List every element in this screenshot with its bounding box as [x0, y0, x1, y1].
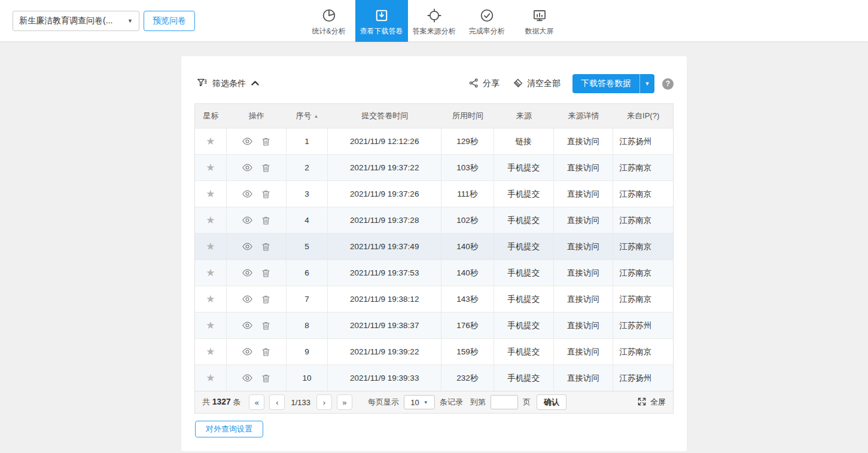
star-icon[interactable]: ★: [206, 320, 215, 330]
pagination-bar: 共 1327 条 « ‹ 1/133 › » 每页显示 10 ▼ 条记录 到第 …: [195, 391, 673, 413]
view-response-icon[interactable]: [242, 293, 253, 305]
clear-all-label: 清空全部: [527, 78, 561, 89]
card-toolbar: 筛选条件 分享 清空全部 下载答卷数据 ▼ ?: [194, 74, 674, 93]
preview-survey-button[interactable]: 预览问卷: [144, 11, 195, 31]
star-icon[interactable]: ★: [206, 163, 215, 173]
responses-table: 星标 操作 序号 ▲ 提交答卷时间 所用时间 来源 来源详情 来自IP(?) ★…: [194, 103, 674, 414]
delete-response-icon[interactable]: [261, 163, 271, 173]
tab-statistics-analysis[interactable]: 统计&分析: [303, 0, 355, 42]
pie-chart-icon: [321, 8, 337, 23]
cell-seq: 5: [287, 234, 328, 259]
cell-source-detail: 直接访问: [554, 286, 614, 312]
col-header-seq-sortable[interactable]: 序号 ▲: [287, 104, 328, 128]
filter-conditions-toggle[interactable]: 筛选条件: [196, 77, 260, 91]
star-icon[interactable]: ★: [206, 215, 215, 225]
data-screen-icon: [532, 8, 547, 23]
view-response-icon[interactable]: [242, 320, 253, 331]
star-icon[interactable]: ★: [206, 294, 215, 304]
table-body: ★ 1 2021/11/9 12:12:26 129秒 链接 直接访问 江苏扬州…: [195, 128, 673, 391]
tab-completion-rate-analysis[interactable]: 完成率分析: [461, 0, 513, 42]
delete-response-icon[interactable]: [261, 268, 271, 278]
chevron-up-icon: [251, 78, 260, 89]
star-icon[interactable]: ★: [206, 347, 215, 357]
cell-seq: 4: [287, 207, 328, 233]
tab-label: 数据大屏: [525, 27, 554, 35]
delete-response-icon[interactable]: [261, 373, 271, 384]
clear-all-button[interactable]: 清空全部: [513, 78, 561, 90]
tab-label: 答案来源分析: [413, 27, 456, 35]
first-page-button[interactable]: «: [249, 394, 264, 410]
col-header-duration: 所用时间: [441, 104, 494, 128]
tab-view-download-responses[interactable]: 查看下载答卷: [355, 0, 408, 42]
cell-source-detail: 直接访问: [554, 365, 614, 391]
external-query-settings-button[interactable]: 对外查询设置: [195, 421, 263, 437]
goto-page-input[interactable]: [491, 395, 518, 409]
cell-submit-time: 2021/11/9 19:39:22: [328, 339, 441, 365]
survey-select-dropdown[interactable]: 新生廉洁教育调查问卷(... ▼: [13, 11, 139, 31]
cell-submit-time: 2021/11/9 19:38:12: [328, 286, 441, 312]
cell-duration: 102秒: [441, 207, 494, 233]
cell-duration: 111秒: [441, 181, 494, 207]
share-button[interactable]: 分享: [468, 78, 500, 90]
star-icon[interactable]: ★: [206, 136, 215, 146]
total-count-text: 共 1327 条: [202, 397, 240, 408]
next-page-button[interactable]: ›: [316, 394, 332, 410]
cell-seq: 9: [287, 339, 328, 365]
cell-ip: 江苏南京: [613, 181, 673, 207]
view-response-icon[interactable]: [242, 267, 253, 278]
page-indicator: 1/133: [291, 398, 310, 407]
cell-source: 手机提交: [494, 155, 554, 180]
per-page-select[interactable]: 10 ▼: [404, 395, 435, 409]
tab-label: 完成率分析: [469, 27, 505, 35]
star-icon[interactable]: ★: [206, 268, 215, 278]
delete-response-icon[interactable]: [261, 136, 271, 147]
fullscreen-button[interactable]: 全屏: [637, 397, 666, 408]
top-bar: 新生廉洁教育调查问卷(... ▼ 预览问卷 统计&分析 查看下载答卷 答案来源分…: [0, 0, 868, 42]
table-row: ★ 6 2021/11/9 19:37:53 140秒 手机提交 直接访问 江苏…: [195, 259, 673, 286]
view-response-icon[interactable]: [242, 241, 253, 252]
share-icon: [468, 78, 479, 90]
star-icon[interactable]: ★: [206, 373, 215, 383]
col-header-star: 星标: [195, 104, 227, 128]
cell-source-detail: 直接访问: [554, 339, 614, 365]
delete-response-icon[interactable]: [261, 320, 271, 331]
star-icon[interactable]: ★: [206, 189, 215, 199]
view-response-icon[interactable]: [242, 136, 253, 147]
col-header-ip: 来自IP(?): [613, 104, 673, 128]
table-row: ★ 4 2021/11/9 19:37:28 102秒 手机提交 直接访问 江苏…: [195, 207, 673, 233]
download-options-caret[interactable]: ▼: [639, 74, 654, 93]
cell-submit-time: 2021/11/9 19:38:37: [328, 313, 441, 338]
delete-response-icon[interactable]: [261, 294, 271, 305]
delete-response-icon[interactable]: [261, 215, 271, 226]
delete-response-icon[interactable]: [261, 347, 271, 357]
help-icon[interactable]: ?: [662, 78, 674, 90]
cell-submit-time: 2021/11/9 19:39:33: [328, 365, 441, 391]
download-answers-button[interactable]: 下载答卷数据: [572, 74, 639, 93]
crosshair-icon: [427, 8, 442, 23]
cell-seq: 3: [287, 181, 328, 207]
view-response-icon[interactable]: [242, 346, 253, 357]
delete-response-icon[interactable]: [261, 189, 271, 200]
view-response-icon[interactable]: [242, 215, 253, 226]
tab-data-screen[interactable]: 数据大屏: [513, 0, 566, 42]
prev-page-button[interactable]: ‹: [269, 394, 285, 410]
records-label: 条记录: [440, 397, 463, 408]
table-row: ★ 8 2021/11/9 19:38:37 176秒 手机提交 直接访问 江苏…: [195, 312, 673, 338]
table-row: ★ 9 2021/11/9 19:39:22 159秒 手机提交 直接访问 江苏…: [195, 338, 673, 365]
view-response-icon[interactable]: [242, 162, 253, 173]
tab-label: 查看下载答卷: [360, 27, 403, 35]
toolbar-right: 分享 清空全部 下载答卷数据 ▼ ?: [468, 74, 674, 93]
cell-source-detail: 直接访问: [554, 234, 614, 259]
cell-source-detail: 直接访问: [554, 128, 614, 154]
table-row: ★ 7 2021/11/9 19:38:12 143秒 手机提交 直接访问 江苏…: [195, 286, 673, 312]
cell-duration: 140秒: [441, 234, 494, 259]
star-icon[interactable]: ★: [206, 241, 215, 252]
view-response-icon[interactable]: [242, 188, 253, 200]
confirm-button[interactable]: 确认: [537, 394, 567, 410]
cell-submit-time: 2021/11/9 19:37:49: [328, 234, 441, 259]
col-header-seq-label: 序号: [296, 111, 312, 121]
view-response-icon[interactable]: [242, 372, 253, 384]
tab-answer-source-analysis[interactable]: 答案来源分析: [408, 0, 461, 42]
last-page-button[interactable]: »: [337, 394, 352, 410]
delete-response-icon[interactable]: [261, 241, 271, 252]
